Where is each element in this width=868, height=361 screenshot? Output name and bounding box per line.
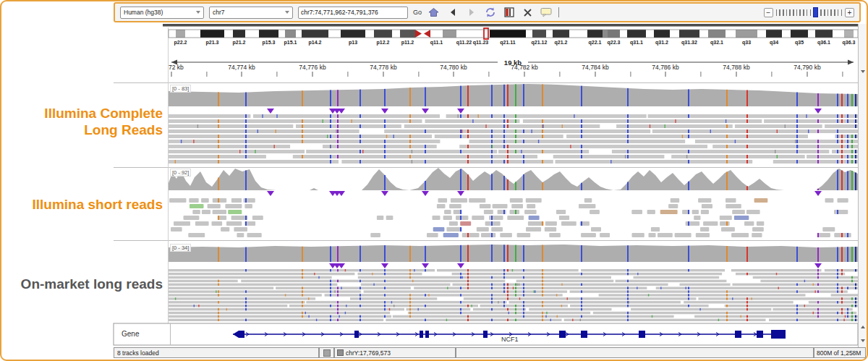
track-section-2[interactable]: [169, 168, 858, 237]
locus-input[interactable]: [298, 7, 408, 19]
gene-name-label: NCF1: [501, 336, 519, 343]
svg-text:q31.2: q31.2: [655, 40, 668, 46]
insertion-marker: [267, 191, 274, 196]
status-memory: 800M of 1,258M: [814, 347, 866, 358]
zoom-tick: [807, 9, 808, 16]
svg-text:p14.2: p14.2: [309, 40, 322, 46]
insertion-marker: [457, 191, 464, 196]
coverage-range-label-1: [0 - 83]: [170, 85, 191, 93]
zoom-in-button[interactable]: +: [845, 8, 854, 17]
coverage-histogram: [169, 84, 858, 106]
zoom-out-button[interactable]: −: [764, 8, 773, 17]
region-of-interest-icon[interactable]: [502, 6, 516, 20]
svg-text:74,788 kb: 74,788 kb: [723, 64, 750, 71]
zoom-slider-thumb[interactable]: [813, 7, 818, 17]
svg-text:q34: q34: [770, 40, 778, 46]
annotation-illumina-short-reads: Illumina short reads: [9, 197, 163, 213]
status-tracks-loaded: 8 tracks loaded: [114, 347, 319, 358]
insertion-marker: [814, 109, 822, 114]
ruler[interactable]: 19 kb72 kb74,774 kb74,776 kb74,778 kb74,…: [169, 59, 854, 77]
svg-text:q22.1: q22.1: [589, 40, 602, 46]
svg-text:q31.32: q31.32: [681, 40, 697, 46]
zoom-tick: [820, 9, 822, 16]
insertion-marker: [381, 109, 388, 114]
chevron-down-icon: [196, 11, 200, 14]
scroll-up-icon[interactable]: [861, 326, 865, 328]
track-section-1[interactable]: [169, 84, 858, 163]
genome-select-value: Human (hg38): [124, 9, 163, 16]
status-text: 800M of 1,258M: [817, 349, 861, 357]
annotation-illumina-complete-long-reads: Illumina Complete Long Reads: [9, 106, 163, 138]
home-icon[interactable]: [427, 6, 441, 20]
svg-text:74,778 kb: 74,778 kb: [370, 64, 397, 71]
track-section-3[interactable]: [169, 245, 858, 321]
zoom-tick: [783, 9, 784, 16]
insertion-marker: [457, 109, 464, 114]
zoom-tick: [799, 9, 801, 16]
svg-text:74,786 kb: 74,786 kb: [652, 64, 679, 71]
back-icon[interactable]: [446, 6, 459, 20]
svg-text:74,782 kb: 74,782 kb: [511, 64, 538, 71]
svg-text:q21.2: q21.2: [555, 40, 568, 46]
zoom-slider-track[interactable]: [776, 7, 842, 17]
igv-application-window: Human (hg38) chr7 Go: [0, 0, 868, 361]
chromosome-select[interactable]: chr7: [209, 7, 293, 19]
insertion-marker: [381, 263, 388, 268]
svg-text:p11.2: p11.2: [401, 40, 414, 46]
svg-text:p21.3: p21.3: [206, 40, 219, 46]
insertion-marker: [814, 263, 822, 268]
status-square-icon: [323, 349, 331, 357]
zoom-tick: [796, 9, 798, 16]
svg-text:q11.23: q11.23: [473, 40, 489, 46]
svg-text:74,790 kb: 74,790 kb: [793, 64, 821, 71]
read-alignments[interactable]: [169, 198, 851, 237]
forward-icon[interactable]: [464, 6, 478, 20]
svg-text:74,780 kb: 74,780 kb: [440, 64, 467, 71]
genome-select[interactable]: Human (hg38): [120, 7, 204, 19]
refresh-icon[interactable]: [483, 6, 497, 20]
insertion-marker: [422, 191, 429, 196]
coverage-range-label-2: [0 - 92]: [170, 169, 191, 177]
status-cursor-position: chrY:17,769,573: [334, 347, 456, 358]
chromosome-ideogram[interactable]: p22.2p21.3p21.2p15.3p15.1p14.2p13p12.2p1…: [169, 28, 858, 46]
svg-text:74,776 kb: 74,776 kb: [299, 64, 326, 71]
svg-text:74,774 kb: 74,774 kb: [228, 64, 255, 71]
chevron-down-icon: [285, 11, 289, 14]
resize-icon[interactable]: [521, 6, 535, 20]
annotation-line: Illumina Complete: [9, 106, 163, 122]
zoom-tick: [789, 9, 791, 16]
read-alignments[interactable]: [169, 114, 858, 163]
insertion-marker: [457, 263, 464, 268]
svg-text:p13: p13: [349, 40, 357, 46]
toolbar-separator: [558, 7, 559, 17]
zoom-tick: [827, 9, 829, 16]
tooltip-icon[interactable]: [540, 6, 553, 20]
vertical-scrollbar[interactable]: [858, 24, 868, 347]
svg-text:q33: q33: [742, 40, 751, 46]
svg-text:72 kb: 72 kb: [169, 64, 184, 71]
read-alignments[interactable]: [169, 269, 858, 321]
svg-text:p22.2: p22.2: [174, 40, 187, 46]
position-square-icon: [337, 349, 344, 356]
svg-text:q11.1: q11.1: [430, 40, 443, 46]
coverage-histogram: [169, 168, 858, 190]
tracks-canvas[interactable]: p22.2p21.3p21.2p15.3p15.1p14.2p13p12.2p1…: [0, 0, 868, 361]
zoom-tick: [830, 9, 832, 16]
annotation-line: Illumina short reads: [9, 197, 163, 213]
scroll-down-icon[interactable]: [861, 70, 865, 73]
insertion-marker: [422, 263, 429, 268]
name-panel-divider: [168, 27, 169, 323]
zoom-tick: [779, 9, 780, 16]
zoom-tick: [834, 9, 835, 16]
status-empty-cell: [456, 347, 814, 358]
svg-text:q21.12: q21.12: [532, 40, 548, 46]
scroll-down-icon[interactable]: [861, 339, 865, 342]
zoom-tick: [793, 9, 794, 16]
svg-text:q31.1: q31.1: [630, 40, 643, 46]
go-button[interactable]: Go: [413, 9, 422, 16]
toolbar: Human (hg38) chr7 Go: [114, 2, 861, 22]
annotation-on-market-long-reads: On-market long reads: [9, 276, 163, 293]
zoom-tick: [810, 9, 812, 16]
svg-text:q32.1: q32.1: [710, 40, 723, 46]
svg-text:p12.2: p12.2: [377, 40, 390, 46]
